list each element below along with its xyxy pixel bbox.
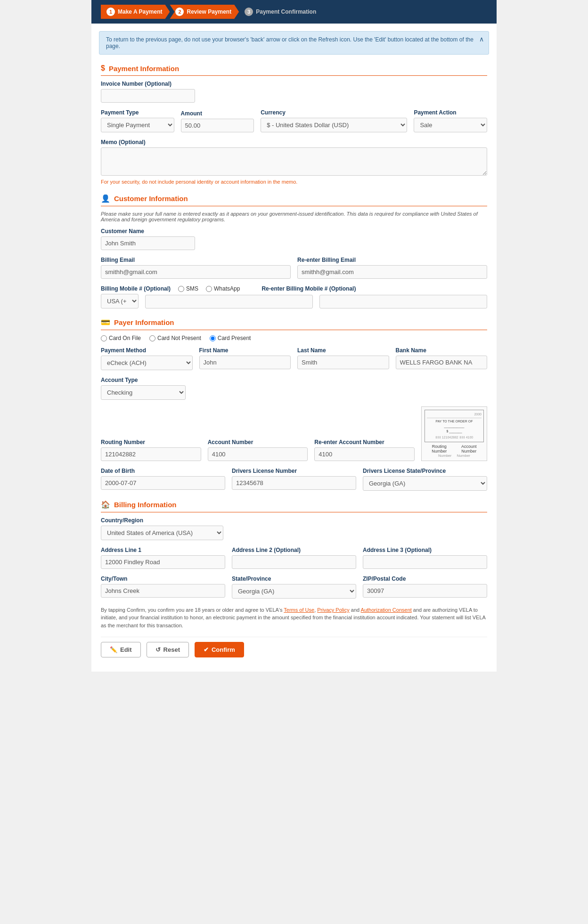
reenter-email-input[interactable] bbox=[297, 265, 487, 279]
billing-info-section-header: 🏠 Billing Information bbox=[101, 500, 487, 512]
payment-type-row: Payment Type Single Payment Recurring Pa… bbox=[101, 109, 487, 132]
currency-label: Currency bbox=[261, 109, 407, 116]
phone-row: USA (+1) bbox=[101, 294, 487, 308]
state-field: State/Province Georgia (GA) Alabama (AL)… bbox=[232, 575, 356, 599]
memo-note: For your security, do not include person… bbox=[101, 179, 487, 185]
invoice-field-group: Invoice Number (Optional) bbox=[101, 81, 487, 103]
account-type-label: Account Type bbox=[101, 377, 487, 383]
payment-action-select[interactable]: Sale Authorization bbox=[414, 118, 487, 132]
reset-button[interactable]: ↺ Reset bbox=[147, 642, 189, 657]
address1-label: Address Line 1 bbox=[101, 547, 225, 553]
zip-input[interactable] bbox=[363, 584, 487, 598]
privacy-policy-link[interactable]: Privacy Policy bbox=[317, 607, 349, 613]
card-on-file-radio[interactable] bbox=[101, 335, 107, 341]
step-1-label: Make A Payment bbox=[118, 8, 162, 15]
dl-state-label: Drivers License State/Province bbox=[363, 468, 487, 474]
state-select[interactable]: Georgia (GA) Alabama (AL) Florida (FL) C… bbox=[232, 584, 356, 599]
terms-of-use-link[interactable]: Terms of Use bbox=[284, 607, 314, 613]
city-input[interactable] bbox=[101, 584, 225, 598]
sms-radio[interactable] bbox=[178, 286, 184, 292]
amount-field: Amount bbox=[181, 110, 254, 132]
step-3[interactable]: 3 Payment Confirmation bbox=[239, 5, 324, 19]
confirm-button[interactable]: ✔ Confirm bbox=[195, 642, 244, 657]
payer-icon: 💳 bbox=[101, 318, 110, 327]
dl-label: Drivers License Number bbox=[232, 468, 356, 474]
payment-method-select[interactable]: eCheck (ACH) Credit Card bbox=[101, 356, 193, 370]
address2-label: Address Line 2 (Optional) bbox=[232, 547, 356, 553]
whatsapp-radio-label[interactable]: WhatsApp bbox=[206, 285, 240, 292]
mobile-reenter-input[interactable] bbox=[319, 295, 487, 308]
card-type-radio-group: Card On File Card Not Present Card Prese… bbox=[101, 335, 487, 341]
whatsapp-radio[interactable] bbox=[206, 286, 212, 292]
steps-header: 1 Make A Payment 2 Review Payment 3 Paym… bbox=[91, 0, 497, 24]
dob-label: Date of Birth bbox=[101, 468, 225, 474]
amount-input[interactable] bbox=[181, 119, 254, 132]
step-3-num: 3 bbox=[245, 8, 253, 16]
payer-last-name-input[interactable] bbox=[297, 356, 389, 369]
step-1-num: 1 bbox=[106, 8, 115, 16]
memo-input[interactable] bbox=[101, 147, 487, 176]
amount-label: Amount bbox=[181, 110, 254, 117]
mobile-label: Billing Mobile # (Optional) bbox=[101, 285, 171, 292]
customer-name-label: Customer Name bbox=[101, 228, 487, 235]
dl-input[interactable] bbox=[232, 476, 356, 490]
step-1[interactable]: 1 Make A Payment bbox=[101, 5, 170, 19]
address3-input[interactable] bbox=[363, 555, 487, 569]
action-buttons: ✏️ Edit ↺ Reset ✔ Confirm bbox=[101, 637, 487, 662]
payment-type-select[interactable]: Single Payment Recurring Payment bbox=[101, 118, 174, 132]
payer-last-name-field: Last Name bbox=[297, 347, 389, 370]
check-image: 2000 PAY TO THE ORDER OF ___________ $ _… bbox=[421, 406, 487, 461]
address2-input[interactable] bbox=[232, 555, 356, 569]
card-present-radio[interactable] bbox=[210, 335, 216, 341]
city-state-zip-row: City/Town State/Province Georgia (GA) Al… bbox=[101, 575, 487, 599]
dl-state-select[interactable]: Georgia (GA) Alabama (AL) Florida (FL) C… bbox=[363, 476, 487, 491]
reenter-account-field: Re-enter Account Number bbox=[314, 439, 415, 461]
currency-field: Currency $ - United States Dollar (USD) … bbox=[261, 109, 407, 132]
routing-input[interactable] bbox=[101, 447, 201, 461]
payment-type-label: Payment Type bbox=[101, 109, 174, 116]
dl-field: Drivers License Number bbox=[232, 468, 356, 491]
collapse-banner-button[interactable]: ∧ bbox=[479, 35, 484, 43]
phone-country-select[interactable]: USA (+1) bbox=[101, 294, 139, 308]
auth-consent-link[interactable]: Authorization Consent bbox=[361, 607, 412, 613]
customer-name-input[interactable] bbox=[101, 236, 195, 250]
customer-icon: 👤 bbox=[101, 194, 110, 203]
card-not-present-label[interactable]: Card Not Present bbox=[149, 335, 201, 341]
card-not-present-radio[interactable] bbox=[149, 335, 155, 341]
routing-row: Routing Number Account Number Re-enter A… bbox=[101, 406, 487, 461]
address3-field: Address Line 3 (Optional) bbox=[363, 547, 487, 569]
reenter-account-input[interactable] bbox=[314, 447, 415, 461]
bank-name-input[interactable] bbox=[396, 356, 488, 369]
account-type-select[interactable]: Checking Savings bbox=[101, 385, 186, 400]
reset-icon: ↺ bbox=[155, 646, 161, 653]
account-number-label: Account Number bbox=[208, 439, 308, 446]
sms-radio-label[interactable]: SMS bbox=[178, 285, 198, 292]
dl-state-field: Drivers License State/Province Georgia (… bbox=[363, 468, 487, 491]
dob-dl-row: Date of Birth Drivers License Number Dri… bbox=[101, 468, 487, 491]
currency-select[interactable]: $ - United States Dollar (USD) EUR - Eur… bbox=[261, 118, 407, 132]
address1-input[interactable] bbox=[101, 555, 225, 569]
card-present-label[interactable]: Card Present bbox=[210, 335, 251, 341]
payer-first-name-input[interactable] bbox=[199, 356, 291, 369]
payment-type-field: Payment Type Single Payment Recurring Pa… bbox=[101, 109, 174, 132]
info-banner-text: To return to the previous page, do not u… bbox=[106, 36, 474, 49]
mobile-reenter-label: Re-enter Billing Mobile # (Optional) bbox=[261, 285, 356, 292]
memo-label: Memo (Optional) bbox=[101, 139, 487, 146]
country-select[interactable]: United States of America (USA) Canada Me… bbox=[101, 526, 223, 540]
dob-input[interactable] bbox=[101, 476, 225, 490]
account-number-input[interactable] bbox=[208, 447, 308, 461]
billing-email-field: Billing Email bbox=[101, 257, 291, 279]
mobile-field-group: Billing Mobile # (Optional) SMS WhatsApp… bbox=[101, 285, 487, 308]
reenter-email-label: Re-enter Billing Email bbox=[297, 257, 487, 263]
step-2[interactable]: 2 Review Payment bbox=[170, 5, 239, 19]
edit-button[interactable]: ✏️ Edit bbox=[101, 642, 141, 657]
billing-email-input[interactable] bbox=[101, 265, 291, 279]
zip-field: ZIP/Postal Code bbox=[363, 575, 487, 599]
account-number-field: Account Number bbox=[208, 439, 308, 461]
mobile-input[interactable] bbox=[145, 295, 313, 308]
invoice-input[interactable] bbox=[101, 89, 195, 103]
confirm-checkmark-icon: ✔ bbox=[204, 646, 209, 653]
card-on-file-label[interactable]: Card On File bbox=[101, 335, 141, 341]
account-type-field-group: Account Type Checking Savings bbox=[101, 377, 487, 400]
address1-field: Address Line 1 bbox=[101, 547, 225, 569]
